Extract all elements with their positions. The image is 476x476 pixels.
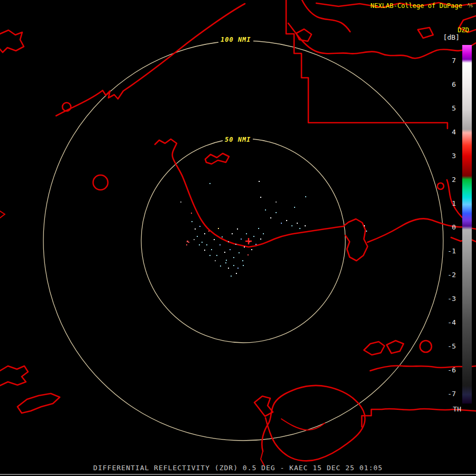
radar-echo [220,266,221,267]
radar-echo [294,207,295,208]
coastline-segment [155,139,343,247]
radar-echo [239,252,240,253]
coastline-segment [56,4,245,116]
colorbar-tick-4: 4 [438,128,456,136]
range-ring-label-100: 100 NMI [218,35,253,44]
radar-echo [281,223,282,224]
radar-echo [364,225,365,226]
radar-echo [235,244,236,245]
radar-echo [260,239,261,240]
coastline-segment [0,211,5,218]
range-ring-label-50: 50 NMI [223,135,253,144]
radar-echo [199,226,200,227]
radar-echo [366,231,367,232]
colorbar-tick--3: -3 [438,295,456,303]
island-outline [17,393,60,413]
colorbar-tick--4: -4 [438,318,456,326]
radar-echo [208,231,209,232]
colorbar-unit: [dB] [443,33,460,41]
cod-logo-icon: ⅍ [467,2,473,10]
range-ring-50nmi [141,139,345,343]
radar-echo [253,236,254,237]
radar-echo [228,241,229,242]
radar-echo [231,276,232,277]
radar-echo [206,244,207,245]
coastline-segment [0,30,24,52]
radar-echo [260,197,261,198]
radar-echo [197,236,198,237]
coastline-segment [0,366,28,386]
radar-echo [215,260,216,261]
radar-echo [297,223,298,224]
island-outline [364,342,385,355]
radar-echo [241,239,242,240]
radar-echo [224,252,225,253]
lake-outline [437,183,444,189]
radar-echo [232,233,233,234]
range-rings [43,41,443,441]
colorbar-title: DZD [457,26,469,34]
radar-echo [233,265,234,266]
radar-echo [265,209,266,210]
colorbar-tick--2: -2 [438,271,456,279]
lake-outline [93,175,108,190]
radar-echo [258,228,259,229]
radar-echo [259,181,260,182]
radar-echo [263,233,264,234]
radar-map-canvas [0,0,476,476]
radar-echo [202,242,203,243]
peninsula-outline [343,219,368,261]
colorbar [462,45,472,404]
radar-echo [191,221,193,222]
radar-echo [246,233,247,234]
radar-echo [291,225,292,226]
radar-echo [186,244,187,245]
radar-echo [209,183,210,184]
radar-echo [226,260,227,261]
radar-echo [204,250,205,251]
radar-echo [204,233,205,234]
radar-echo [230,249,231,250]
radar-echo [251,249,252,250]
radar-echo [187,241,188,242]
radar-echo [188,242,189,243]
radar-echo [219,244,221,245]
colorbar-tick-7: 7 [438,57,456,65]
range-ring-100nmi [43,41,443,441]
brand-text: NEXLAB-College of DuPage [371,2,462,10]
radar-echo [236,273,237,274]
radar-echo [255,244,257,245]
colorbar-tick-3: 3 [438,152,456,160]
radar-echo [305,196,306,197]
radar-echo [225,262,226,263]
political-boundary [286,0,447,129]
colorbar-tick--6: -6 [438,366,456,374]
radar-echo [218,228,219,229]
island-outline [296,29,312,41]
bottom-divider [0,474,476,475]
radar-echo [209,255,210,256]
colorbar-tick--7: -7 [438,390,456,398]
island-outline [205,153,229,164]
radar-echo [270,217,271,218]
radar-echo [305,225,306,226]
radar-echo [195,228,196,230]
coastline-segment [370,365,476,371]
island-outline [254,396,273,416]
radar-echo [276,202,277,203]
radar-echo [243,265,244,266]
colorbar-tick-1: 1 [438,199,456,207]
radar-echo [233,257,234,258]
status-bar: DIFFERENTIAL REFLECTIVITY (ZDR) 0.5 DEG … [0,464,476,472]
radar-echo [237,268,239,269]
radar-echo [237,228,238,230]
radar-echo [194,239,195,240]
island-outline [262,386,365,461]
radar-echo [222,236,223,237]
coastline-layer [0,0,476,466]
radar-echo [286,220,287,221]
coastline-segment [368,218,476,242]
radar-echo [276,212,277,213]
island-outline [387,341,404,353]
radar-echo [299,228,300,229]
